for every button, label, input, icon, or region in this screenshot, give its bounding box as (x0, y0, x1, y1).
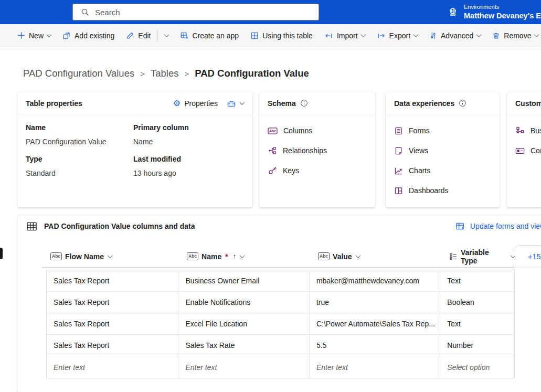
properties-button[interactable]: ⚙ Properties (173, 99, 218, 108)
toolbox-icon (227, 99, 236, 108)
cell-value[interactable]: C:\Power Automate\Sales Tax Rep... (310, 313, 440, 334)
business-rules-icon (515, 126, 525, 135)
data-experiences-item-views[interactable]: Views (394, 141, 491, 161)
customizations-item-con[interactable]: Con (515, 141, 541, 161)
cell-variable-type[interactable]: Text (440, 313, 514, 334)
create-an-app-button[interactable]: Create an app (174, 27, 245, 44)
table-row[interactable]: Sales Tax Report Enable Notifications tr… (47, 292, 514, 313)
column-header-variable-type[interactable]: Variable Type (441, 246, 515, 267)
cell-value[interactable]: 5.5 (310, 335, 440, 356)
edit-dropdown-chevron[interactable] (164, 32, 169, 37)
field-type: Type Standard (26, 155, 133, 177)
cell-name[interactable]: Sales Tax Rate (178, 335, 309, 356)
tools-menu-button[interactable] (227, 99, 244, 108)
card-icon (515, 147, 525, 155)
cell-flow-name[interactable]: Sales Tax Report (47, 270, 178, 291)
edit-button[interactable]: Edit (120, 27, 174, 44)
update-table-icon (455, 222, 465, 231)
text-type-icon: Abc (318, 252, 330, 260)
column-header-flow-name[interactable]: Abc Flow Name (42, 246, 178, 267)
data-experiences-item-charts[interactable]: Charts (394, 161, 491, 181)
data-experiences-title: Data experiences (394, 99, 454, 108)
customizations-title: Custom (515, 99, 541, 108)
app-header: Environments Matthew Devaney's E (0, 0, 541, 24)
column-header-value[interactable]: Abc Value (310, 246, 441, 267)
breadcrumb-separator: > (140, 69, 145, 78)
table-row[interactable]: Sales Tax Report Business Owner Email mb… (47, 270, 514, 292)
cell-value[interactable]: mbaker@matthewdevaney.com (310, 270, 440, 291)
trash-icon (492, 31, 500, 40)
cell-variable-type[interactable]: Boolean (440, 292, 514, 313)
breadcrumb: PAD Configuration Values > Tables > PAD … (23, 68, 309, 79)
table-grid-icon (26, 221, 37, 231)
schema-card: Schema Abc Columns Relationships Keys (259, 92, 375, 207)
schema-item-keys[interactable]: Keys (268, 161, 367, 181)
new-cell-value[interactable]: Enter text (310, 356, 440, 378)
new-button[interactable]: New (12, 27, 57, 44)
relationships-icon (268, 146, 277, 155)
columns-and-data-section: PAD Configuration Value columns and data… (17, 215, 541, 392)
update-forms-views-link[interactable]: Update forms and view (455, 215, 541, 237)
dashboards-icon (394, 186, 403, 195)
global-search[interactable] (72, 4, 319, 20)
text-type-icon: Abc (187, 252, 198, 260)
views-icon (394, 146, 403, 155)
cell-flow-name[interactable]: Sales Tax Report (47, 335, 178, 356)
data-experiences-item-forms[interactable]: Forms (394, 121, 491, 141)
cell-variable-type[interactable]: Number (440, 335, 514, 356)
cell-flow-name[interactable]: Sales Tax Report (47, 313, 178, 334)
choice-type-icon (449, 252, 458, 261)
edit-split-divider (157, 30, 158, 41)
environment-picker[interactable]: Environments Matthew Devaney's E (447, 0, 541, 24)
search-input[interactable] (95, 8, 313, 17)
new-cell-variable-type[interactable]: Select option (440, 356, 514, 378)
sliders-icon (429, 31, 437, 40)
chevron-down-icon[interactable] (240, 253, 245, 258)
schema-item-columns[interactable]: Abc Columns (268, 121, 367, 141)
import-button[interactable]: Import (319, 27, 371, 44)
cell-name[interactable]: Enable Notifications (178, 292, 309, 313)
using-this-table-button[interactable]: Using this table (245, 27, 319, 44)
new-cell-flow-name[interactable]: Enter text (47, 356, 178, 378)
remove-button[interactable]: Remove (486, 27, 541, 44)
new-record-row[interactable]: Enter text Enter text Enter text Select … (47, 356, 514, 378)
cell-name[interactable]: Business Owner Email (178, 270, 309, 291)
info-icon[interactable] (300, 99, 308, 107)
field-primary-column: Primary column Name (133, 123, 244, 146)
key-icon (268, 166, 277, 175)
environment-name: Matthew Devaney's E (464, 11, 541, 20)
forms-icon (394, 126, 403, 135)
import-arrow-icon (324, 31, 333, 40)
add-existing-button[interactable]: Add existing (57, 27, 120, 44)
charts-icon (394, 166, 403, 175)
gear-icon: ⚙ (173, 99, 181, 108)
chevron-down-icon[interactable] (108, 253, 113, 258)
schema-item-relationships[interactable]: Relationships (268, 141, 367, 161)
breadcrumb-item-pad-configuration-values[interactable]: PAD Configuration Values (23, 68, 134, 79)
info-icon[interactable] (459, 99, 466, 107)
cell-value[interactable]: true (310, 292, 440, 313)
advanced-button[interactable]: Advanced (423, 27, 486, 44)
table-row[interactable]: Sales Tax Report Excel File Location C:\… (47, 313, 514, 335)
required-marker: * (225, 252, 228, 261)
cell-variable-type[interactable]: Text (440, 270, 514, 291)
field-name: Name PAD Configuration Value (26, 123, 133, 146)
svg-text:Abc: Abc (269, 129, 276, 133)
table-row[interactable]: Sales Tax Report Sales Tax Rate 5.5 Numb… (47, 335, 514, 356)
data-experiences-item-dashboards[interactable]: Dashboards (394, 181, 491, 200)
cell-name[interactable]: Excel File Location (178, 313, 309, 334)
grid-plus-icon (180, 31, 188, 40)
export-button[interactable]: Export (371, 27, 423, 44)
cell-flow-name[interactable]: Sales Tax Report (47, 292, 178, 313)
add-existing-icon (62, 31, 71, 40)
grid-header-row: Abc Flow Name Abc Name* ↑ Abc Value Vari… (42, 246, 515, 268)
new-cell-name[interactable]: Enter text (178, 356, 309, 378)
more-columns-button[interactable]: +15 (515, 245, 541, 268)
column-header-name[interactable]: Abc Name* ↑ (178, 246, 310, 267)
breadcrumb-item-tables[interactable]: Tables (151, 68, 178, 79)
customizations-card: Custom Bus Con (507, 92, 541, 207)
field-last-modified: Last modified 13 hours ago (133, 155, 244, 177)
customizations-item-business-rules[interactable]: Bus (515, 121, 541, 141)
chevron-down-icon[interactable] (355, 253, 360, 258)
search-icon (81, 8, 89, 16)
